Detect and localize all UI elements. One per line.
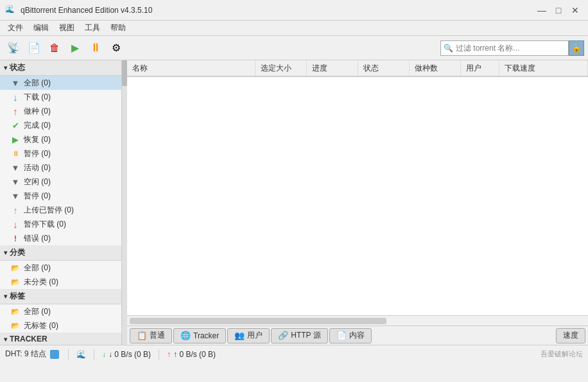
dht-node-icon [50, 350, 59, 359]
sidebar-item-tag-all[interactable]: 📂 全部 (0) [0, 304, 121, 318]
tab-speed-label: 速度 [563, 330, 578, 341]
close-button[interactable]: ✕ [567, 3, 583, 18]
search-box: 🔍 [440, 40, 569, 56]
tab-tracker-label: Tracker [193, 331, 219, 340]
filter-all-icon: ▼ [10, 78, 21, 88]
sidebar-section-status[interactable]: ▾ 状态 [0, 60, 121, 76]
ul-arrow-icon: ↑ [167, 350, 171, 359]
sidebar-item-tag-none[interactable]: 📂 无标签 (0) [0, 318, 121, 333]
lock-button[interactable]: 🔒 [569, 40, 584, 56]
dl-paused-icon: ↓ [10, 219, 21, 230]
sidebar-section-tracker[interactable]: ▾ TRACKER [0, 333, 121, 345]
delete-button[interactable]: 🗑 [45, 39, 64, 58]
dl-speed-area: ↓ ↓ 0 B/s (0 B) [102, 350, 151, 359]
col-header-peers[interactable]: 用户 [461, 60, 499, 76]
sidebar-item-cat-all[interactable]: 📂 全部 (0) [0, 261, 121, 275]
menubar: 文件 编辑 视图 工具 帮助 [0, 21, 588, 36]
minimize-button[interactable]: — [534, 3, 549, 18]
sidebar-item-active-label: 活动 (0) [24, 162, 51, 173]
app-icon: 🌊 [5, 4, 17, 16]
status-separator-1 [68, 349, 69, 360]
completed-icon: ✔ [10, 121, 21, 130]
paused-icon: ⏸ [10, 150, 21, 157]
sidebar-item-cat-none[interactable]: 📂 未分类 (0) [0, 275, 121, 289]
sidebar-item-seeding-label: 做种 (0) [24, 106, 51, 117]
sidebar-item-seeding[interactable]: ↑ 做种 (0) [0, 104, 121, 118]
status-separator-2 [94, 349, 94, 360]
resumed-icon: ▶ [10, 135, 21, 144]
menu-tools[interactable]: 工具 [80, 21, 105, 36]
sidebar-scrollbar[interactable] [122, 60, 127, 345]
start-button[interactable]: ▶ [65, 39, 85, 58]
col-header-progress[interactable]: 进度 [307, 60, 358, 76]
stopped-filter-icon: ▼ [10, 191, 21, 201]
sidebar-item-resumed[interactable]: ▶ 恢复 (0) [0, 132, 121, 146]
category-all-icon: 📂 [10, 264, 21, 272]
maximize-button[interactable]: □ [551, 3, 566, 18]
status-arrow-icon: ▾ [4, 64, 7, 71]
ul-speed: ↑ 0 B/s (0 B) [173, 350, 216, 359]
menu-help[interactable]: 帮助 [105, 21, 131, 36]
tab-peers-label: 用户 [247, 330, 263, 341]
sidebar-scroll-thumb[interactable] [122, 60, 127, 86]
horizontal-scrollbar[interactable] [127, 315, 588, 326]
col-header-status[interactable]: 状态 [358, 60, 410, 76]
col-header-seeds[interactable]: 做种数 [410, 60, 461, 76]
tags-arrow-icon: ▾ [4, 293, 7, 300]
search-area: 🔍 🔒 [440, 40, 584, 56]
h-scroll-thumb[interactable] [130, 318, 386, 324]
menu-view[interactable]: 视图 [54, 21, 80, 36]
app-title: qBittorrent Enhanced Edition v4.3.5.10 [21, 6, 534, 15]
dht-status: DHT: 9 结点 [5, 349, 60, 360]
tracker-tab-icon: 🌐 [180, 331, 191, 340]
search-input[interactable] [456, 44, 546, 53]
tab-content[interactable]: 📄 内容 [329, 328, 372, 343]
error-icon: ! [10, 234, 21, 243]
content-area: 名称 选定大小 进度 状态 做种数 用户 下载速度 [127, 60, 588, 345]
download-icon: ↓ [10, 92, 21, 103]
col-header-size[interactable]: 选定大小 [255, 60, 307, 76]
pause-button[interactable]: ⏸ [86, 39, 105, 58]
sidebar-item-paused-orange-label: 暂停 (0) [24, 148, 51, 159]
tab-peers[interactable]: 👥 用户 [227, 328, 270, 343]
tab-speed[interactable]: 速度 [556, 328, 585, 343]
sidebar-item-upload-stopped[interactable]: ↑ 上传已暂停 (0) [0, 203, 121, 217]
tab-http-sources[interactable]: 🔗 HTTP 源 [271, 328, 327, 343]
sidebar-item-completed[interactable]: ✔ 完成 (0) [0, 118, 121, 132]
sidebar-item-stopped[interactable]: ▼ 暂停 (0) [0, 189, 121, 203]
rss-button[interactable]: 📡 [4, 39, 23, 58]
menu-edit[interactable]: 编辑 [28, 21, 54, 36]
sidebar-section-tags[interactable]: ▾ 标签 [0, 289, 121, 304]
tags-section-label: 标签 [10, 291, 25, 302]
pause-icon: ⏸ [90, 41, 101, 55]
col-header-speed[interactable]: 下载速度 [499, 60, 588, 76]
ul-speed-area: ↑ ↑ 0 B/s (0 B) [167, 350, 216, 359]
tab-general[interactable]: 📋 普通 [130, 328, 172, 343]
sidebar-item-downloading[interactable]: ↓ 下载 (0) [0, 90, 121, 104]
active-filter-icon: ▼ [10, 163, 21, 173]
sidebar-item-idle-label: 空闲 (0) [24, 177, 51, 187]
col-header-name[interactable]: 名称 [127, 60, 255, 76]
tag-all-icon: 📂 [10, 308, 21, 316]
search-icon: 🔍 [444, 44, 453, 53]
sidebar-item-paused-orange[interactable]: ⏸ 暂停 (0) [0, 146, 121, 161]
upload-stopped-icon: ↑ [10, 205, 21, 216]
sidebar-section-category[interactable]: ▾ 分类 [0, 245, 121, 261]
sidebar-item-dl-paused[interactable]: ↓ 暂停下载 (0) [0, 217, 121, 231]
watermark: 吾爱破解论坛 [540, 349, 583, 359]
add-torrent-button[interactable]: 📄 [24, 39, 44, 58]
settings-button[interactable]: ⚙ [107, 39, 126, 58]
sidebar-item-error[interactable]: ! 错误 (0) [0, 231, 121, 245]
sidebar-item-active[interactable]: ▼ 活动 (0) [0, 161, 121, 175]
menu-file[interactable]: 文件 [3, 21, 28, 36]
sidebar-item-all[interactable]: ▼ 全部 (0) [0, 76, 121, 90]
category-section-label: 分类 [10, 247, 25, 258]
tab-general-label: 普通 [150, 330, 165, 341]
tracker-section-label: TRACKER [10, 334, 48, 343]
sidebar-item-stopped-label: 暂停 (0) [24, 191, 51, 202]
sidebar-item-idle[interactable]: ▼ 空闲 (0) [0, 175, 121, 189]
tab-tracker[interactable]: 🌐 Tracker [173, 328, 226, 343]
rss-icon: 📡 [7, 42, 20, 54]
sidebar-wrapper: ▾ 状态 ▼ 全部 (0) ↓ 下载 (0) ↑ 做种 (0) ✔ 完成 (0)… [0, 60, 127, 345]
add-torrent-icon: 📄 [28, 42, 40, 54]
